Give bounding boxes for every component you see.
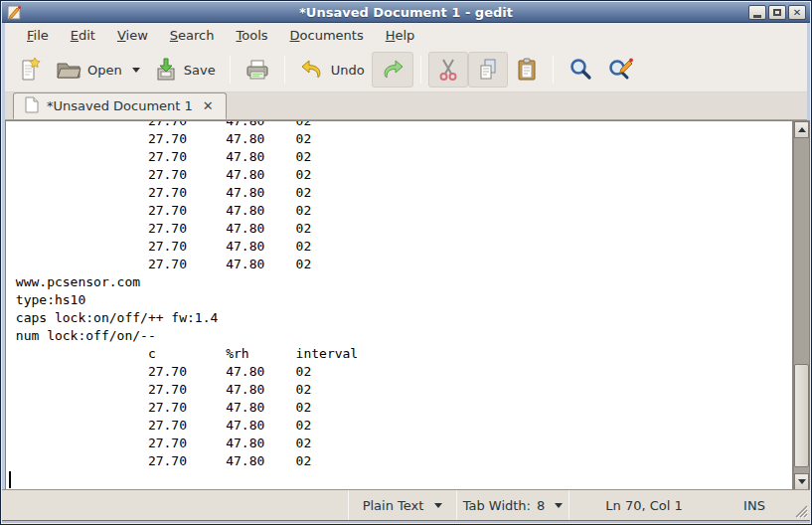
paste-icon (515, 57, 539, 83)
resize-grip[interactable] (790, 490, 810, 520)
redo-icon (380, 58, 406, 82)
copy-button[interactable] (468, 52, 508, 88)
menu-documents[interactable]: Documents (279, 25, 375, 46)
print-button[interactable] (238, 52, 277, 88)
tab-width-dropdown-arrow-icon (555, 503, 563, 508)
insert-mode-label: INS (719, 498, 790, 513)
scroll-up-button[interactable] (794, 121, 809, 138)
statusbar-message-area (2, 490, 348, 520)
toolbar-separator (420, 56, 421, 84)
tabbar: *Unsaved Document 1 ✕ (5, 92, 807, 120)
toolbar-separator (553, 56, 554, 84)
scroll-down-button[interactable] (794, 473, 809, 490)
new-document-button[interactable] (11, 52, 49, 88)
undo-icon (299, 58, 325, 82)
gedit-window: *Unsaved Document 1 - gedit ✕ File Edit … (0, 0, 812, 525)
cut-button[interactable] (428, 52, 468, 88)
copy-icon (476, 57, 500, 83)
undo-button-label: Undo (331, 63, 365, 78)
text-caret (9, 471, 11, 488)
find-button[interactable] (561, 52, 600, 88)
vertical-scrollbar[interactable] (793, 120, 810, 491)
menubar: File Edit View Search Tools Documents He… (5, 23, 807, 48)
tab-width-selector[interactable]: Tab Width: 8 (457, 490, 568, 520)
cursor-position-label: Ln 70, Col 1 (569, 498, 719, 513)
statusbar: Plain Text Tab Width: 8 Ln 70, Col 1 INS (2, 489, 810, 520)
print-icon (244, 58, 270, 82)
open-folder-icon (56, 58, 81, 82)
redo-button[interactable] (372, 52, 413, 88)
find-icon (568, 57, 593, 83)
tab-width-label: Tab Width: (463, 498, 531, 513)
document-icon (24, 96, 39, 116)
menu-help[interactable]: Help (375, 25, 426, 46)
open-dropdown-arrow-icon (132, 68, 140, 73)
menu-tools[interactable]: Tools (226, 25, 279, 46)
close-button[interactable]: ✕ (788, 5, 806, 20)
text-content: 27.70 47.80 02 27.70 47.80 02 27.70 47.8… (6, 120, 792, 470)
replace-icon (607, 57, 635, 83)
replace-button[interactable] (600, 52, 642, 88)
language-selector[interactable]: Plain Text (349, 490, 456, 520)
save-button-label: Save (184, 63, 216, 78)
save-button[interactable]: Save (147, 52, 223, 88)
open-button-label: Open (87, 63, 122, 78)
new-document-icon (18, 57, 42, 83)
titlebar[interactable]: *Unsaved Document 1 - gedit ✕ (2, 2, 810, 23)
close-icon: ✕ (793, 8, 801, 18)
language-dropdown-arrow-icon (434, 503, 442, 508)
open-button[interactable]: Open (49, 52, 147, 88)
toolbar-separator (284, 56, 285, 84)
window-frame-bottom (2, 520, 810, 523)
tab-width-value: 8 (537, 498, 545, 513)
scroll-up-icon (798, 127, 806, 132)
maximize-icon (773, 9, 781, 16)
window-title: *Unsaved Document 1 - gedit (2, 2, 810, 23)
minimize-icon (753, 15, 761, 18)
resize-grip-icon (794, 504, 808, 518)
tab-unsaved-document[interactable]: *Unsaved Document 1 ✕ (13, 92, 227, 119)
undo-button[interactable]: Undo (292, 52, 372, 88)
language-selector-label: Plain Text (363, 498, 424, 513)
paste-button[interactable] (508, 52, 546, 88)
cut-icon (436, 57, 460, 83)
toolbar-separator (230, 56, 231, 84)
menu-file[interactable]: File (16, 25, 60, 46)
menu-search[interactable]: Search (159, 25, 226, 46)
menu-view[interactable]: View (106, 25, 159, 46)
maximize-button[interactable] (768, 5, 786, 20)
tab-close-icon[interactable]: ✕ (201, 99, 216, 112)
tab-label: *Unsaved Document 1 (47, 98, 193, 113)
save-icon (154, 57, 178, 83)
text-editor-area[interactable]: 27.70 47.80 02 27.70 47.80 02 27.70 47.8… (5, 120, 793, 491)
toolbar: Open Save (5, 48, 807, 92)
menu-edit[interactable]: Edit (60, 25, 106, 46)
minimize-button[interactable] (748, 5, 766, 20)
scroll-down-icon (798, 479, 806, 484)
scrollbar-thumb[interactable] (794, 364, 809, 467)
